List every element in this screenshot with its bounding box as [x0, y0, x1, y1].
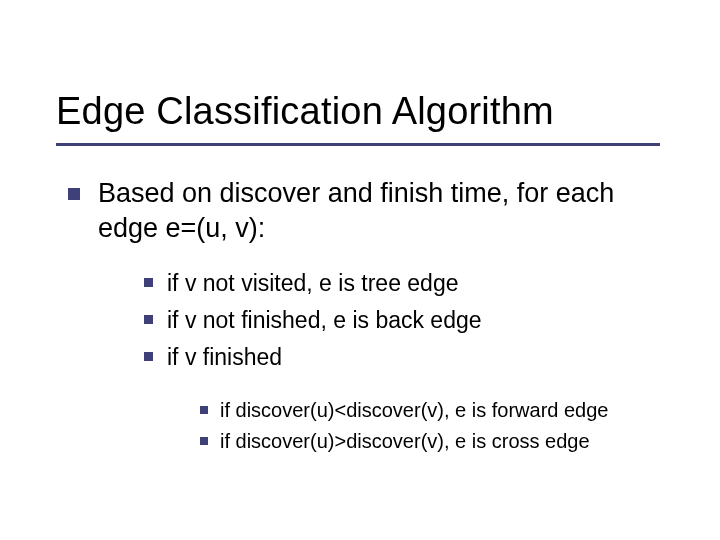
square-bullet-icon [144, 352, 153, 361]
square-bullet-icon [200, 437, 208, 445]
sublist: if v not visited, e is tree edge if v no… [68, 262, 660, 385]
slide-body: Based on discover and finish time, for e… [0, 146, 720, 455]
list-item: Based on discover and finish time, for e… [68, 176, 660, 246]
list-item-text: if discover(u)>discover(v), e is cross e… [220, 428, 590, 455]
list-item-text: Based on discover and finish time, for e… [98, 176, 660, 246]
list-item-text: if discover(u)<discover(v), e is forward… [220, 397, 608, 424]
square-bullet-icon [144, 278, 153, 287]
list-item-text: if v not visited, e is tree edge [167, 268, 459, 299]
list-item-text: if v not finished, e is back edge [167, 305, 482, 336]
square-bullet-icon [68, 188, 80, 200]
slide-title: Edge Classification Algorithm [56, 90, 680, 133]
list-item: if v not visited, e is tree edge [144, 268, 660, 299]
list-item: if discover(u)>discover(v), e is cross e… [200, 428, 660, 455]
square-bullet-icon [144, 315, 153, 324]
square-bullet-icon [200, 406, 208, 414]
list-item: if v finished [144, 342, 660, 373]
title-area: Edge Classification Algorithm [0, 0, 720, 133]
list-item: if v not finished, e is back edge [144, 305, 660, 336]
sub-sublist: if discover(u)<discover(v), e is forward… [68, 385, 660, 455]
list-item-text: if v finished [167, 342, 282, 373]
slide: Edge Classification Algorithm Based on d… [0, 0, 720, 540]
list-item: if discover(u)<discover(v), e is forward… [200, 397, 660, 424]
